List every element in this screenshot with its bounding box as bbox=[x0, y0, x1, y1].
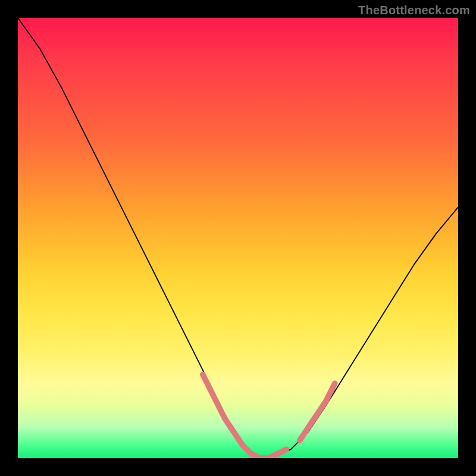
chart-plot-area bbox=[18, 18, 458, 458]
highlight-segment bbox=[278, 449, 287, 453]
watermark-text: TheBottleneck.com bbox=[358, 4, 470, 17]
highlight-segment bbox=[326, 383, 335, 401]
highlight-segment bbox=[216, 401, 225, 419]
highlight-segment bbox=[203, 374, 216, 400]
bottleneck-curve bbox=[18, 18, 458, 458]
near-zero-markers bbox=[203, 374, 335, 458]
chart-frame: TheBottleneck.com bbox=[0, 0, 476, 476]
chart-svg bbox=[18, 18, 458, 458]
